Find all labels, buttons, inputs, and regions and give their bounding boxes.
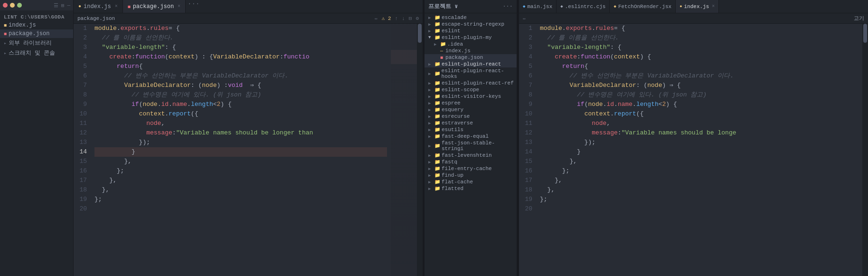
maximize-button[interactable] [17,3,22,8]
minimize-button[interactable] [10,3,15,8]
tree-item-label: escape-string-regexp [442,21,504,27]
folder-icon: 📁 [434,71,440,76]
tab-label: index.js [84,3,111,10]
folder-icon: ▸ [4,40,7,46]
close-tab-icon[interactable]: × [712,4,715,9]
toolbar-right: ✏ ⚠ 2 ↑ ↓ ⊟ ⚙ [375,15,419,21]
edit-pencil-icon[interactable]: ✏ [523,15,526,21]
r-code-line-1: module.exports.rules = { [540,24,859,33]
edit-icon[interactable]: ✏ [375,15,378,21]
scrollbar-right[interactable] [862,24,868,276]
chevron-icon: ▶ [428,186,433,191]
tree-item-fast-deep-equal[interactable]: ▶ 📁 fast-deep-equal [425,133,517,140]
sidebar-item-external-lib[interactable]: ▸ 외부 라이브러리 [0,38,73,48]
tab-packagejson-left[interactable]: ◼ package.json × [123,0,186,13]
tree-item-flatted[interactable]: ▶ 📁 flatted [425,185,517,192]
sidebar-item-label: package.json [9,30,69,37]
chevron-icon: ▶ [428,107,433,113]
code-area-left: 1234 5678 9101112 131415 1617181920 modu… [74,24,423,276]
more-options-icon[interactable]: ··· [502,3,513,10]
r-code-line-15: }, [540,157,859,166]
tree-item-fastq[interactable]: ▶ 📁 fastq [425,159,517,165]
tree-item-label: esquery [442,107,463,113]
line-numbers-right: 1234 5678 9101112 131415 1617181920 [519,24,536,276]
code-content-left[interactable]: module.exports.rules = { // 를 이름을 선언한다. … [91,24,391,276]
chevron-icon: ▶ [428,134,433,139]
tab-label: index.js [684,4,709,10]
tab-label: main.jsx [527,4,552,10]
editor-toolbar-right: ✏ 고기 [519,13,868,24]
code-line-16: }; [94,166,387,176]
folder-icon: 📁 [434,127,440,133]
code-area-right: 1234 5678 9101112 131415 1617181920 modu… [519,24,868,276]
tab-eslintrc[interactable]: ◆ .eslintrc.cjs [557,0,610,13]
code-content-right[interactable]: module.exports.rules = { // 를 이름을 선언한다. … [536,24,862,276]
tree-item-esutils[interactable]: ▶ 📁 esutils [425,126,517,133]
scrollbar-thumb[interactable] [418,24,422,43]
tree-item-eslint[interactable]: ▶ 📁 eslint [425,28,517,34]
scrollbar-left[interactable] [417,24,423,276]
more-tabs-button[interactable]: ··· [186,0,201,13]
code-line-1: module.exports.rules = { [94,24,387,33]
tree-item-esrecurse[interactable]: ▶ 📁 esrecurse [425,113,517,120]
menu-icon[interactable]: ☰ [54,2,58,9]
sidebar-item-scratch[interactable]: ▸ 스크래치 및 콘솔 [0,48,73,58]
r-code-line-16: }; [540,166,859,176]
json-file-icon: ◼ [440,55,443,60]
tree-item-file-entry-cache[interactable]: ▶ 📁 file-entry-cache [425,165,517,172]
tree-item-idea[interactable]: ▶ 📁 .idea [425,41,517,48]
tree-item-eslint-visitor-keys[interactable]: ▶ 📁 eslint-visitor-keys [425,93,517,100]
r-code-line-5: return { [540,62,859,71]
r-code-line-2: // 를 이름을 선언한다. [540,33,859,43]
tree-item-fast-json[interactable]: ▶ 📁 fast-json-stable-stringi [425,140,517,152]
tree-item-label: escalade [442,15,467,20]
tree-item-eslint-plugin-react-ref[interactable]: ▶ 📁 eslint-plugin-react-ref [425,80,517,86]
settings-icon[interactable]: ⚙ [415,15,419,21]
tree-item-espree[interactable]: ▶ 📁 espree [425,100,517,106]
code-line-19: }; [94,195,387,204]
tree-item-index-js[interactable]: — index.js [425,48,517,54]
folder-icon: 📁 [434,28,440,34]
tree-item-eslint-plugin-react-hooks[interactable]: ▶ 📁 eslint-plugin-react-hooks [425,67,517,80]
tree-item-eslint-plugin-react[interactable]: ▶ 📁 eslint-plugin-react [425,61,517,67]
split-icon[interactable]: ⊞ [61,2,65,9]
close-tab-icon[interactable]: × [178,4,180,9]
code-line-6: // 변수 선언하는 부분은 VariableDeclarator 이다. [94,71,387,81]
tab-main-jsx[interactable]: ◆ main.jsx [519,0,557,13]
tree-item-eslint-plugin-my[interactable]: ▼ 📁 eslint-plugin-my [425,34,517,41]
tree-item-find-up[interactable]: ▶ 📁 find-up [425,172,517,179]
minimize-icon[interactable]: — [67,2,70,8]
tree-item-label: .idea [447,41,463,47]
close-tab-icon[interactable]: × [115,4,118,9]
tree-item-escalade[interactable]: ▶ 📁 escalade [425,14,517,21]
split-editor-icon[interactable]: ⊟ [409,15,412,21]
tree-item-escape[interactable]: ▶ 📁 escape-string-regexp [425,21,517,28]
tab-index-js-right[interactable]: ● index.js × [676,0,719,13]
left-sidebar: ☰ ⊞ — LINT C:\Users\Goda ◼ index.js ◼ pa… [0,0,74,276]
code-line-3: "variable-length": { [94,43,387,52]
r-code-line-4: create: function (context) { [540,52,859,62]
scrollbar-thumb-right[interactable] [863,24,867,43]
folder-icon: 📁 [434,159,440,165]
left-editor: ● index.js × ◼ package.json × ··· packag… [74,0,423,276]
chevron-icon: ▼ [428,35,433,40]
tree-item-fast-levenshtein[interactable]: ▶ 📁 fast-levenshtein [425,152,517,159]
sidebar-item-packagejson[interactable]: ◼ package.json [0,29,73,38]
file-tree-content: ▶ 📁 escalade ▶ 📁 escape-string-regexp ▶ … [425,13,517,276]
tab-indexjs-left[interactable]: ● index.js × [74,0,123,13]
sidebar-item-indexjs[interactable]: ◼ index.js [0,21,73,29]
folder-icon: 📁 [434,166,440,171]
tab-fetchonrender[interactable]: ◆ FetchOnRender.jsx [610,0,676,13]
up-arrow-icon[interactable]: ↑ [395,16,398,21]
tree-item-eslint-scope[interactable]: ▶ 📁 eslint-scope [425,86,517,93]
down-arrow-icon[interactable]: ↓ [402,16,405,21]
tree-item-package-json[interactable]: ◼ package.json [425,54,517,61]
folder-icon: 📁 [434,94,440,99]
close-button[interactable] [3,3,8,8]
r-code-line-9: if (node.id.name.length < 2) { [540,100,859,109]
chevron-icon: ▶ [428,71,433,76]
tree-item-estraverse[interactable]: ▶ 📁 estraverse [425,120,517,126]
tree-item-flat-cache[interactable]: ▶ 📁 flat-cache [425,179,517,185]
chevron-icon: ▶ [428,15,433,20]
tree-item-esquery[interactable]: ▶ 📁 esquery [425,106,517,113]
